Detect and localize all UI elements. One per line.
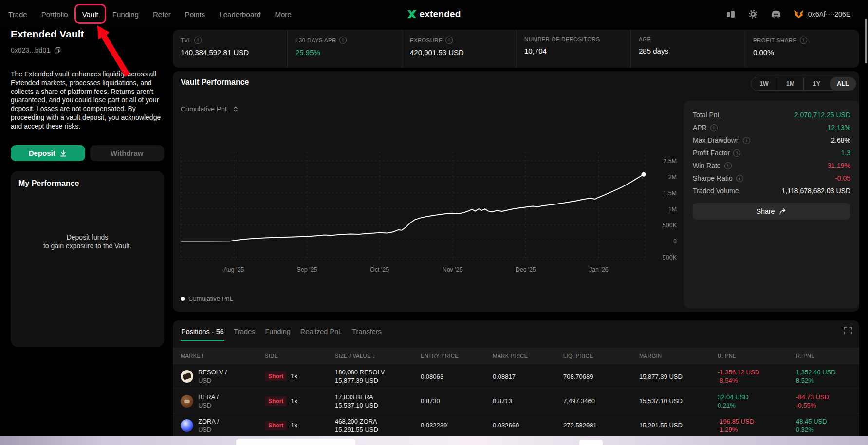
nav-item-funding[interactable]: Funding xyxy=(112,10,139,19)
info-icon[interactable]: i xyxy=(339,37,347,44)
column-header-margin[interactable]: MARGIN xyxy=(639,353,718,359)
column-header-side[interactable]: SIDE xyxy=(265,353,335,359)
entry-price: 0.08063 xyxy=(421,373,493,380)
stat-value: 140,384,592.81 USD xyxy=(181,48,287,56)
my-performance-card: My Performance Deposit funds to gain exp… xyxy=(11,171,164,347)
vault-description: The Extended vault enhances liquidity ac… xyxy=(11,70,164,131)
realized-pnl: 1,352.40 USD8.52% xyxy=(796,368,859,385)
metamask-fox-icon xyxy=(794,9,804,19)
scrollbar[interactable] xyxy=(865,19,867,63)
metric-value: 2,070,712.25 USD xyxy=(794,111,850,119)
position-value: 15,537.10 USD xyxy=(335,401,421,409)
market-base: BERA / xyxy=(198,393,219,401)
svg-text:500K: 500K xyxy=(663,222,677,229)
svg-text:Dec '25: Dec '25 xyxy=(516,266,536,273)
docs-icon[interactable] xyxy=(726,9,736,19)
column-header-market[interactable]: MARKET xyxy=(181,353,265,359)
position-row-resolv[interactable]: RESOLV /USDShort1x180,080 RESOLV15,877.3… xyxy=(173,364,859,389)
stat-l30-days-apr: L30 DAYS APRi25.95% xyxy=(287,30,402,68)
nav-item-trade[interactable]: Trade xyxy=(8,10,27,19)
realized-pnl: 48.45 USD0.32% xyxy=(796,417,859,434)
leverage: 1x xyxy=(291,397,297,405)
metric-total-pnl: Total PnL2,070,712.25 USD xyxy=(693,109,850,121)
info-icon[interactable]: i xyxy=(743,137,750,144)
column-header-mark-price[interactable]: MARK PRICE xyxy=(493,353,563,359)
info-icon[interactable]: i xyxy=(736,175,743,182)
mark-price: 0.08817 xyxy=(493,373,563,380)
copy-icon[interactable] xyxy=(54,47,61,54)
wallet-button[interactable]: 0x6Af····206E xyxy=(794,9,850,19)
fullscreen-icon[interactable] xyxy=(844,326,852,335)
metric-win-rate: Win Ratei31.19% xyxy=(693,159,850,172)
market-quote: USD xyxy=(198,376,227,385)
metric-label: Win Ratei xyxy=(693,162,732,169)
market-base: ZORA / xyxy=(198,417,219,426)
info-icon[interactable]: i xyxy=(800,37,807,44)
side-badge: Short xyxy=(265,371,287,381)
nav-item-points[interactable]: Points xyxy=(185,10,205,19)
leverage: 1x xyxy=(291,422,297,429)
column-header-size-value[interactable]: SIZE / VALUE ↓ xyxy=(335,353,421,359)
vault-address: 0x023...bd01 xyxy=(11,46,50,54)
nav-item-leaderboard[interactable]: Leaderboard xyxy=(219,10,260,19)
column-header-liq-price[interactable]: LIQ. PRICE xyxy=(563,353,639,359)
liq-price: 7,497.3460 xyxy=(563,397,639,405)
mark-price: 0.032660 xyxy=(493,422,563,429)
brand-logo[interactable]: extended xyxy=(407,0,461,28)
column-header-entry-price[interactable]: ENTRY PRICE xyxy=(421,353,493,359)
unrealized-pnl: -196.85 USD-1.29% xyxy=(718,417,796,434)
nav-item-more[interactable]: More xyxy=(275,10,291,19)
settings-gear-icon[interactable] xyxy=(748,9,758,19)
discord-icon[interactable] xyxy=(771,10,781,18)
stat-label: EXPOSURE xyxy=(410,37,443,43)
nav-item-portfolio[interactable]: Portfolio xyxy=(41,10,68,19)
stat-age: AGE285 days xyxy=(630,30,745,68)
mark-price: 0.8713 xyxy=(493,397,563,405)
tab-funding[interactable]: Funding xyxy=(264,320,291,341)
stat-number-of-depositors: NUMBER OF DEPOSITORS10,704 xyxy=(516,30,630,68)
stat-value: 0.00% xyxy=(753,48,859,56)
market-base: RESOLV / xyxy=(198,368,227,376)
svg-text:Jan '26: Jan '26 xyxy=(589,266,609,273)
legend-dot-icon xyxy=(181,297,185,301)
performance-empty-state: Deposit funds to gain exposure to the Va… xyxy=(35,233,140,250)
deposit-button[interactable]: Deposit xyxy=(11,145,85,161)
info-icon[interactable]: i xyxy=(733,149,740,157)
stat-value: 285 days xyxy=(639,47,745,55)
margin-price: 15,877.39 USD xyxy=(639,373,718,380)
annotation-arrow xyxy=(97,25,130,77)
position-row-zora[interactable]: ZORA /USDShort1x468,200 ZORA15,291.55 US… xyxy=(173,413,859,437)
position-size: 17,833 BERA xyxy=(335,393,421,401)
svg-text:Nov '25: Nov '25 xyxy=(443,266,463,273)
market-quote: USD xyxy=(198,426,219,434)
margin-price: 15,291.55 USD xyxy=(639,422,718,429)
stat-profit-share: PROFIT SHAREi0.00% xyxy=(745,30,859,68)
nav-item-refer[interactable]: Refer xyxy=(153,10,171,19)
info-icon[interactable]: i xyxy=(445,37,453,44)
info-icon[interactable]: i xyxy=(724,162,732,169)
brand-name: extended xyxy=(419,9,461,19)
background-window-edge xyxy=(236,439,355,445)
top-nav: TradePortfolioVaultFundingReferPointsLea… xyxy=(0,0,868,28)
svg-text:0: 0 xyxy=(673,238,677,245)
positions-tabs: Positions · 56TradesFundingRealized PnLT… xyxy=(181,320,382,341)
metric-value: 12.13% xyxy=(828,124,850,131)
tab-positions-56[interactable]: Positions · 56 xyxy=(181,320,224,341)
position-row-bera[interactable]: BERA /USDShort1x17,833 BERA15,537.10 USD… xyxy=(173,389,859,413)
svg-text:Oct '25: Oct '25 xyxy=(370,266,389,273)
info-icon[interactable]: i xyxy=(710,124,718,131)
tab-transfers[interactable]: Transfers xyxy=(351,320,382,341)
tab-trades[interactable]: Trades xyxy=(233,320,256,341)
metrics-list: Total PnL2,070,712.25 USDAPRi12.13%Max D… xyxy=(693,109,850,197)
nav-item-vault[interactable]: Vault xyxy=(82,10,98,19)
column-header-r-pnl[interactable]: R. PNL xyxy=(796,353,859,359)
share-button[interactable]: Share xyxy=(693,203,850,220)
metric-traded-volume: Traded Volume1,118,678,682.03 USD xyxy=(693,185,850,197)
tab-realized-pnl[interactable]: Realized PnL xyxy=(300,320,343,341)
info-icon[interactable]: i xyxy=(194,37,202,44)
unrealized-pnl: 32.04 USD0.21% xyxy=(718,393,796,409)
withdraw-button[interactable]: Withdraw xyxy=(90,145,165,161)
share-arrow-icon xyxy=(779,208,787,215)
resolv-token-icon xyxy=(181,370,193,383)
column-header-u-pnl[interactable]: U. PNL xyxy=(718,353,796,359)
